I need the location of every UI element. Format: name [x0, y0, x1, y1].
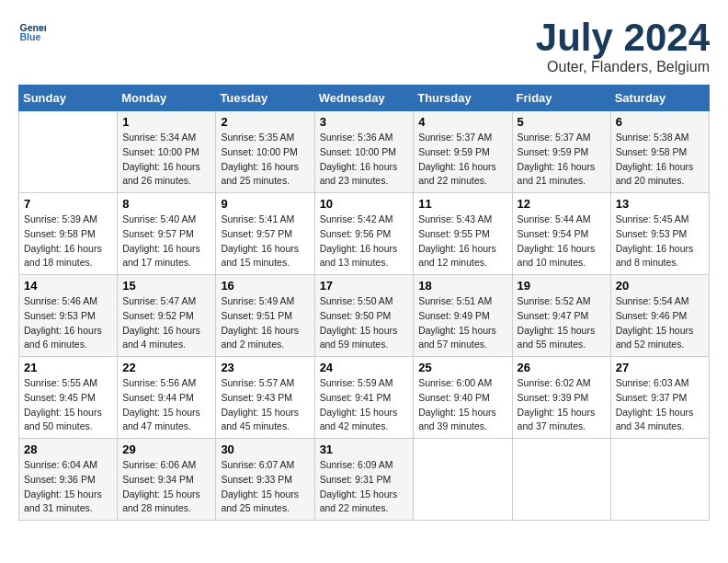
day-info: Sunrise: 6:09 AMSunset: 9:31 PMDaylight:… [320, 458, 409, 516]
day-info: Sunrise: 6:02 AMSunset: 9:39 PMDaylight:… [518, 376, 606, 434]
day-info: Sunrise: 5:35 AMSunset: 10:00 PMDaylight… [221, 131, 309, 189]
month-title: July 2024 [536, 18, 710, 57]
calendar-cell: 30Sunrise: 6:07 AMSunset: 9:33 PMDayligh… [216, 439, 314, 521]
day-info: Sunrise: 6:07 AMSunset: 9:33 PMDaylight:… [221, 458, 309, 516]
calendar-cell [610, 439, 709, 521]
calendar-cell: 31Sunrise: 6:09 AMSunset: 9:31 PMDayligh… [314, 439, 414, 521]
calendar-cell: 14Sunrise: 5:46 AMSunset: 9:53 PMDayligh… [19, 275, 118, 357]
calendar-cell: 8Sunrise: 5:40 AMSunset: 9:57 PMDaylight… [118, 193, 216, 275]
day-number: 1 [122, 115, 210, 129]
calendar-cell: 24Sunrise: 5:59 AMSunset: 9:41 PMDayligh… [314, 357, 414, 439]
calendar-cell: 25Sunrise: 6:00 AMSunset: 9:40 PMDayligh… [414, 357, 512, 439]
calendar-cell: 28Sunrise: 6:04 AMSunset: 9:36 PMDayligh… [19, 439, 118, 521]
calendar-cell [414, 439, 512, 521]
weekday-header: Thursday [414, 86, 512, 111]
day-info: Sunrise: 5:38 AMSunset: 9:58 PMDaylight:… [616, 131, 704, 189]
day-info: Sunrise: 6:06 AMSunset: 9:34 PMDaylight:… [122, 458, 210, 516]
day-number: 14 [24, 279, 112, 293]
calendar-cell: 29Sunrise: 6:06 AMSunset: 9:34 PMDayligh… [118, 439, 216, 521]
day-number: 28 [24, 442, 112, 456]
day-number: 30 [221, 442, 309, 456]
day-number: 10 [320, 197, 409, 211]
day-number: 13 [616, 197, 704, 211]
day-info: Sunrise: 5:50 AMSunset: 9:50 PMDaylight:… [320, 294, 409, 352]
day-number: 31 [320, 442, 409, 456]
day-info: Sunrise: 5:45 AMSunset: 9:53 PMDaylight:… [616, 213, 704, 270]
day-info: Sunrise: 5:34 AMSunset: 10:00 PMDaylight… [122, 131, 210, 189]
day-number: 18 [418, 279, 506, 293]
day-info: Sunrise: 5:44 AMSunset: 9:54 PMDaylight:… [518, 213, 606, 270]
calendar-week-row: 28Sunrise: 6:04 AMSunset: 9:36 PMDayligh… [19, 439, 710, 521]
calendar-week-row: 21Sunrise: 5:55 AMSunset: 9:45 PMDayligh… [19, 357, 710, 439]
calendar-cell: 26Sunrise: 6:02 AMSunset: 9:39 PMDayligh… [512, 357, 610, 439]
day-number: 26 [518, 361, 606, 374]
calendar-cell: 10Sunrise: 5:42 AMSunset: 9:56 PMDayligh… [314, 193, 414, 275]
day-info: Sunrise: 5:56 AMSunset: 9:44 PMDaylight:… [122, 376, 210, 434]
day-info: Sunrise: 5:41 AMSunset: 9:57 PMDaylight:… [221, 213, 309, 270]
calendar-cell: 1Sunrise: 5:34 AMSunset: 10:00 PMDayligh… [118, 111, 216, 193]
day-info: Sunrise: 5:42 AMSunset: 9:56 PMDaylight:… [320, 213, 409, 270]
day-info: Sunrise: 5:40 AMSunset: 9:57 PMDaylight:… [122, 213, 210, 270]
day-number: 24 [320, 361, 409, 374]
day-number: 27 [616, 361, 704, 374]
calendar-cell: 15Sunrise: 5:47 AMSunset: 9:52 PMDayligh… [118, 275, 216, 357]
day-info: Sunrise: 6:03 AMSunset: 9:37 PMDaylight:… [616, 376, 704, 434]
day-info: Sunrise: 5:51 AMSunset: 9:49 PMDaylight:… [418, 294, 506, 352]
day-info: Sunrise: 5:59 AMSunset: 9:41 PMDaylight:… [320, 376, 409, 434]
day-info: Sunrise: 5:52 AMSunset: 9:47 PMDaylight:… [518, 294, 606, 352]
day-number: 7 [24, 197, 112, 211]
weekday-header: Friday [512, 86, 610, 111]
calendar-cell: 13Sunrise: 5:45 AMSunset: 9:53 PMDayligh… [610, 193, 709, 275]
calendar-cell [512, 439, 610, 521]
calendar-cell: 7Sunrise: 5:39 AMSunset: 9:58 PMDaylight… [19, 193, 118, 275]
calendar-cell: 6Sunrise: 5:38 AMSunset: 9:58 PMDaylight… [610, 111, 709, 193]
day-info: Sunrise: 5:39 AMSunset: 9:58 PMDaylight:… [24, 213, 112, 270]
calendar-cell: 4Sunrise: 5:37 AMSunset: 9:59 PMDaylight… [414, 111, 512, 193]
day-number: 19 [518, 279, 606, 293]
calendar-cell: 2Sunrise: 5:35 AMSunset: 10:00 PMDayligh… [216, 111, 314, 193]
day-info: Sunrise: 5:36 AMSunset: 10:00 PMDaylight… [320, 131, 409, 189]
day-info: Sunrise: 5:55 AMSunset: 9:45 PMDaylight:… [24, 376, 112, 434]
day-number: 29 [122, 442, 210, 456]
page-header: General Blue July 2024 Outer, Flanders, … [18, 18, 710, 75]
calendar-cell: 17Sunrise: 5:50 AMSunset: 9:50 PMDayligh… [314, 275, 414, 357]
logo: General Blue [18, 18, 46, 46]
day-number: 3 [320, 115, 409, 129]
calendar-cell [19, 111, 118, 193]
day-info: Sunrise: 5:43 AMSunset: 9:55 PMDaylight:… [418, 213, 506, 270]
calendar-cell: 20Sunrise: 5:54 AMSunset: 9:46 PMDayligh… [610, 275, 709, 357]
svg-text:Blue: Blue [20, 31, 41, 42]
logo-icon: General Blue [18, 18, 46, 46]
day-number: 2 [221, 115, 309, 129]
day-number: 5 [518, 115, 606, 129]
calendar-cell: 22Sunrise: 5:56 AMSunset: 9:44 PMDayligh… [118, 357, 216, 439]
day-info: Sunrise: 5:47 AMSunset: 9:52 PMDaylight:… [122, 294, 210, 352]
calendar-cell: 5Sunrise: 5:37 AMSunset: 9:59 PMDaylight… [512, 111, 610, 193]
day-number: 11 [418, 197, 506, 211]
day-number: 6 [616, 115, 704, 129]
weekday-header: Monday [118, 86, 216, 111]
day-number: 8 [122, 197, 210, 211]
calendar-table: SundayMondayTuesdayWednesdayThursdayFrid… [18, 85, 710, 521]
calendar-cell: 27Sunrise: 6:03 AMSunset: 9:37 PMDayligh… [610, 357, 709, 439]
weekday-header: Tuesday [216, 86, 314, 111]
day-info: Sunrise: 5:54 AMSunset: 9:46 PMDaylight:… [616, 294, 704, 352]
calendar-cell: 3Sunrise: 5:36 AMSunset: 10:00 PMDayligh… [314, 111, 414, 193]
day-number: 22 [122, 361, 210, 374]
weekday-header: Wednesday [314, 86, 414, 111]
day-number: 9 [221, 197, 309, 211]
day-number: 4 [418, 115, 506, 129]
day-number: 16 [221, 279, 309, 293]
day-info: Sunrise: 6:00 AMSunset: 9:40 PMDaylight:… [418, 376, 506, 434]
calendar-week-row: 1Sunrise: 5:34 AMSunset: 10:00 PMDayligh… [19, 111, 710, 193]
day-info: Sunrise: 5:37 AMSunset: 9:59 PMDaylight:… [418, 131, 506, 189]
day-info: Sunrise: 5:57 AMSunset: 9:43 PMDaylight:… [221, 376, 309, 434]
day-number: 12 [518, 197, 606, 211]
calendar-cell: 16Sunrise: 5:49 AMSunset: 9:51 PMDayligh… [216, 275, 314, 357]
day-number: 20 [616, 279, 704, 293]
calendar-week-row: 7Sunrise: 5:39 AMSunset: 9:58 PMDaylight… [19, 193, 710, 275]
day-number: 15 [122, 279, 210, 293]
calendar-cell: 19Sunrise: 5:52 AMSunset: 9:47 PMDayligh… [512, 275, 610, 357]
day-number: 23 [221, 361, 309, 374]
calendar-cell: 12Sunrise: 5:44 AMSunset: 9:54 PMDayligh… [512, 193, 610, 275]
